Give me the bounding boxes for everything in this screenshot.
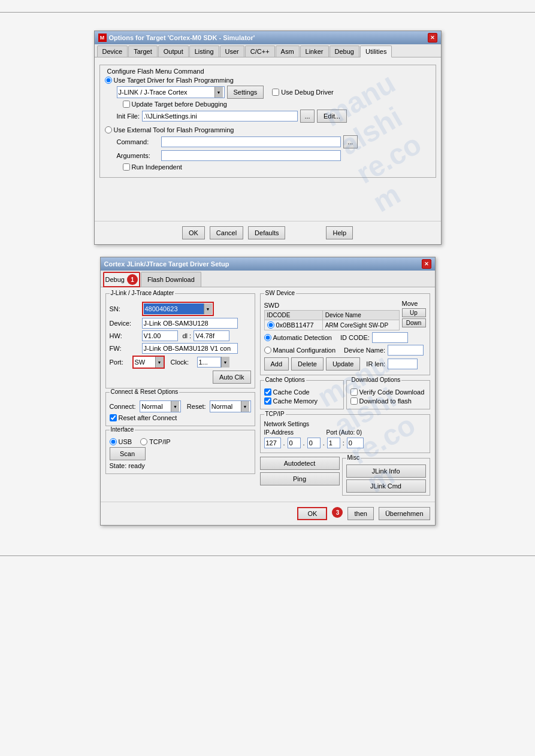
use-debug-checkbox[interactable] bbox=[272, 89, 279, 96]
dialog1-cancel-btn[interactable]: Cancel bbox=[210, 226, 243, 239]
manual-config-label: Manual Configuration bbox=[264, 347, 336, 354]
device-name-input[interactable] bbox=[388, 345, 424, 356]
tab-asm[interactable]: Asm bbox=[276, 45, 300, 57]
tab-linker[interactable]: Linker bbox=[300, 45, 329, 57]
dialog2-then-btn[interactable]: then bbox=[347, 507, 373, 520]
dialog1-help-btn[interactable]: Help bbox=[326, 226, 353, 239]
device-name-label2: Device Name: bbox=[344, 347, 385, 354]
dialog1-ok-btn[interactable]: OK bbox=[182, 226, 205, 239]
tab-flash-download[interactable]: Flash Download bbox=[141, 272, 201, 287]
fw-input[interactable] bbox=[142, 343, 238, 354]
radio2-input[interactable] bbox=[105, 126, 112, 133]
dialog2-close-btn[interactable]: ✕ bbox=[422, 259, 431, 269]
dialog2-titlebar: Cortex JLink/JTrace Target Driver Setup … bbox=[101, 257, 435, 271]
dl-input[interactable] bbox=[194, 330, 229, 341]
tab-listing[interactable]: Listing bbox=[189, 45, 219, 57]
dialog2-ok-btn[interactable]: OK bbox=[297, 507, 327, 520]
down-btn[interactable]: Down bbox=[402, 318, 426, 327]
update-btn[interactable]: Update bbox=[326, 357, 360, 371]
tab-output[interactable]: Output bbox=[158, 45, 189, 57]
autodetect-btn[interactable]: Autodetect bbox=[260, 457, 340, 470]
dialog1-content: Configure Flash Menu Command Use Target … bbox=[95, 57, 441, 221]
settings-btn[interactable]: Settings bbox=[227, 86, 264, 99]
command-label: Command: bbox=[117, 138, 159, 145]
jlink-cmd-btn[interactable]: JLink Cmd bbox=[346, 479, 426, 493]
sw-table-area: SWD IDCODE Device Name bbox=[264, 300, 400, 330]
idcode-radio[interactable] bbox=[267, 321, 274, 329]
radio1-row: Use Target Driver for Flash Programming bbox=[105, 77, 431, 84]
jlink-dropdown[interactable]: J-LINK / J-Trace Cortex ▼ bbox=[117, 86, 225, 98]
dialog2-ubernehmen-btn[interactable]: Übernehmen bbox=[379, 507, 430, 520]
cache-options-title: Cache Options bbox=[264, 377, 306, 383]
port-auto-label: Port (Auto: 0) bbox=[327, 429, 362, 436]
browse-btn[interactable]: ... bbox=[300, 110, 315, 123]
ip-input2[interactable] bbox=[288, 438, 301, 448]
port-input2[interactable] bbox=[347, 438, 364, 448]
delete-btn[interactable]: Delete bbox=[291, 357, 324, 371]
ir-len-input[interactable] bbox=[388, 359, 418, 369]
cache-memory-checkbox[interactable] bbox=[264, 397, 271, 405]
ip-address-label: IP-Address bbox=[264, 429, 312, 436]
tab-user[interactable]: User bbox=[220, 45, 244, 57]
reset-dropdown[interactable]: Normal ▼ bbox=[210, 400, 251, 412]
jlink-info-btn[interactable]: JLink Info bbox=[346, 464, 426, 478]
cache-code-row: Cache Code bbox=[264, 388, 340, 396]
scan-btn[interactable]: Scan bbox=[110, 447, 146, 460]
reset-after-connect-checkbox[interactable] bbox=[110, 414, 117, 421]
command-browse-btn[interactable]: ... bbox=[343, 135, 358, 148]
dialog1-defaults-btn[interactable]: Defaults bbox=[248, 226, 285, 239]
tab-debug[interactable]: Debug bbox=[330, 45, 359, 57]
ip-input4[interactable] bbox=[327, 438, 340, 448]
swd-label: SWD bbox=[264, 302, 280, 309]
ping-btn[interactable]: Ping bbox=[260, 472, 340, 485]
tab-target[interactable]: Target bbox=[128, 45, 158, 57]
swd-table-row: 0x0BB11477 ARM CoreSight SW-DP bbox=[264, 320, 399, 330]
dialog1-close-btn[interactable]: ✕ bbox=[428, 33, 437, 42]
ip-inputs-row: . . . : bbox=[264, 438, 426, 448]
run-independent-checkbox[interactable] bbox=[123, 163, 130, 171]
up-btn[interactable]: Up bbox=[402, 308, 426, 317]
move-buttons: Move Up Down bbox=[402, 300, 426, 327]
init-file-field-row: Init File: ... Edit... bbox=[117, 110, 431, 123]
update-target-checkbox[interactable] bbox=[123, 101, 130, 108]
sn-input[interactable] bbox=[144, 303, 204, 314]
id-code-input[interactable] bbox=[372, 332, 408, 343]
hw-input[interactable] bbox=[142, 330, 178, 341]
port-input[interactable] bbox=[134, 357, 155, 368]
download-flash-checkbox[interactable] bbox=[350, 397, 358, 405]
connect-reset-title: Connect & Reset Options bbox=[110, 388, 180, 395]
radio1-input[interactable] bbox=[105, 77, 112, 84]
usb-radio[interactable] bbox=[110, 438, 117, 445]
dialog1-titlebar: M Options for Target 'Cortex-M0 SDK - Si… bbox=[95, 31, 441, 44]
tab-debug[interactable]: Debug 1 bbox=[103, 272, 140, 287]
command-input[interactable] bbox=[161, 136, 341, 147]
tcpip-radio[interactable] bbox=[140, 438, 147, 445]
misc-row: Autodetect Ping Misc JLink Info JLink Cm… bbox=[260, 457, 430, 497]
verify-code-checkbox[interactable] bbox=[350, 388, 358, 396]
cache-code-label: Cache Code bbox=[264, 388, 310, 396]
clock-dropdown-arrow[interactable]: ▼ bbox=[221, 357, 229, 368]
init-file-input[interactable] bbox=[142, 111, 298, 122]
clock-input[interactable] bbox=[197, 357, 221, 368]
cache-code-checkbox[interactable] bbox=[264, 388, 271, 396]
sn-dropdown-arrow[interactable]: ▼ bbox=[204, 303, 212, 314]
radio1-label[interactable]: Use Target Driver for Flash Programming bbox=[105, 77, 234, 84]
edit-btn[interactable]: Edit... bbox=[317, 110, 347, 123]
arguments-input[interactable] bbox=[161, 150, 341, 161]
ip-input3[interactable] bbox=[307, 438, 321, 448]
radio2-label[interactable]: Use External Tool for Flash Programming bbox=[105, 126, 234, 133]
device-input[interactable] bbox=[142, 318, 238, 329]
manual-config-radio[interactable] bbox=[264, 347, 271, 354]
connect-reset-group: Connect & Reset Options Connect: Normal … bbox=[105, 392, 255, 426]
swd-label-row: SWD bbox=[264, 302, 400, 309]
auto-detection-radio[interactable] bbox=[264, 334, 271, 341]
tab-utilities[interactable]: Utilities bbox=[360, 45, 392, 57]
port-dropdown-arrow[interactable]: ▼ bbox=[155, 357, 164, 368]
tab-cpp[interactable]: C/C++ bbox=[245, 45, 275, 57]
connect-dropdown[interactable]: Normal ▼ bbox=[140, 400, 181, 412]
auto-clk-btn[interactable]: Auto Clk bbox=[213, 371, 251, 384]
ip-input1[interactable] bbox=[264, 438, 281, 448]
dialog2-two-col: J-Link / J-Trace Adapter SN: ▼ Device: bbox=[105, 292, 430, 497]
add-btn[interactable]: Add bbox=[264, 357, 289, 371]
tab-device[interactable]: Device bbox=[97, 45, 128, 57]
